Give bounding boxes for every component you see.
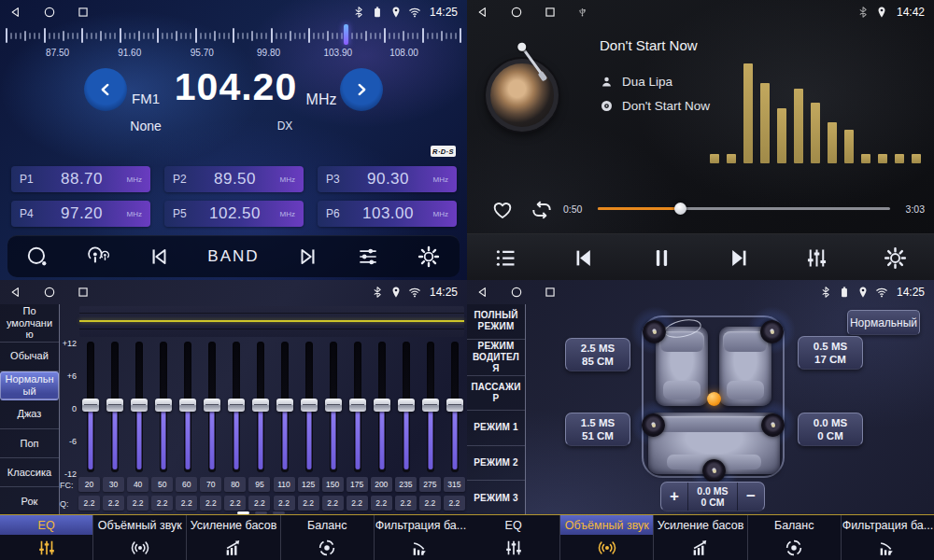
eq-preset-3[interactable]: Нормальный — [0, 371, 59, 400]
eq-band-slider[interactable] — [349, 342, 366, 472]
previous-track-icon[interactable] — [571, 245, 596, 271]
tab-surround[interactable]: Объёмный звук — [560, 515, 654, 560]
eq-band-slider[interactable] — [301, 342, 318, 472]
recents-icon[interactable] — [544, 6, 557, 19]
eq-band-slider[interactable] — [131, 342, 148, 472]
tab-bass[interactable]: Усиление басов — [654, 515, 747, 560]
eq-preset-7[interactable]: Рок — [0, 487, 59, 515]
eq-preset-6[interactable]: Классика — [0, 458, 59, 487]
preset-button-p1[interactable]: P188.70MHz — [11, 166, 150, 192]
eq-preset-2[interactable]: Обычай — [0, 343, 59, 371]
seek-bar-knob[interactable] — [674, 203, 686, 215]
back-icon[interactable] — [9, 286, 22, 299]
delay-rear-right-button[interactable]: 0.0 MS 0 CM — [798, 413, 863, 446]
band-button[interactable]: BAND — [207, 247, 259, 266]
preset-button-p4[interactable]: P497.20MHz — [11, 201, 150, 227]
slider-thumb[interactable] — [422, 399, 439, 412]
eq-preset-1[interactable]: По умолчанию — [0, 304, 59, 343]
delay-front-right-button[interactable]: 0.5 MS 17 CM — [798, 336, 863, 370]
slider-thumb[interactable] — [349, 399, 366, 412]
back-icon[interactable] — [476, 6, 489, 19]
tune-up-button[interactable] — [338, 66, 385, 113]
home-icon[interactable] — [43, 6, 56, 19]
slider-thumb[interactable] — [106, 399, 123, 412]
eq-band-slider[interactable] — [325, 342, 342, 472]
slider-thumb[interactable] — [82, 399, 99, 412]
slider-thumb[interactable] — [228, 399, 245, 412]
delay-front-left-button[interactable]: 2.5 MS 85 CM — [565, 338, 630, 371]
repeat-icon[interactable] — [529, 198, 555, 222]
eq-preset-5[interactable]: Поп — [0, 429, 59, 458]
mode-4[interactable]: РЕЖИМ 1 — [467, 411, 525, 446]
slider-thumb[interactable] — [131, 399, 148, 412]
eq-sliders-icon[interactable] — [356, 245, 380, 269]
tab-bass[interactable]: Усиление басов — [187, 515, 280, 560]
eq-band-slider[interactable] — [228, 342, 245, 472]
slider-thumb[interactable] — [179, 399, 196, 412]
slider-thumb[interactable] — [301, 399, 318, 412]
tab-eq-vertical[interactable]: EQ — [0, 515, 93, 560]
slider-thumb[interactable] — [204, 399, 220, 412]
equalizer-icon[interactable] — [804, 245, 829, 271]
eq-band-slider[interactable] — [446, 342, 463, 472]
decrease-delay-button[interactable]: − — [738, 483, 764, 511]
back-icon[interactable] — [476, 286, 489, 299]
eq-preset-4[interactable]: Джаз — [0, 400, 59, 429]
eq-band-slider[interactable] — [276, 342, 293, 472]
slider-thumb[interactable] — [252, 399, 269, 412]
tab-filter[interactable]: Фильтрация ба... — [375, 515, 467, 560]
settings-gear-icon[interactable] — [417, 245, 441, 269]
mode-3[interactable]: ПАССАЖИР — [467, 376, 525, 412]
eq-band-slider[interactable] — [398, 342, 415, 472]
tab-eq-vertical[interactable]: EQ — [467, 515, 560, 560]
tab-balance[interactable]: Баланс — [748, 515, 842, 560]
speaker-rear-right[interactable] — [761, 413, 785, 437]
mode-5[interactable]: РЕЖИМ 2 — [467, 446, 525, 482]
profile-button[interactable]: Нормальный — [847, 310, 920, 335]
home-icon[interactable] — [510, 286, 523, 299]
slider-thumb[interactable] — [446, 399, 463, 412]
tab-surround[interactable]: Объёмный звук — [93, 515, 187, 560]
tab-balance[interactable]: Баланс — [281, 515, 375, 560]
speaker-front-left[interactable] — [643, 320, 666, 343]
slider-thumb[interactable] — [276, 399, 293, 412]
eq-band-slider[interactable] — [106, 342, 123, 472]
preset-button-p6[interactable]: P6103.00MHz — [318, 201, 457, 227]
speaker-front-right[interactable] — [760, 320, 784, 343]
increase-delay-button[interactable]: + — [661, 483, 687, 511]
mode-6[interactable]: РЕЖИМ 3 — [467, 481, 525, 515]
recents-icon[interactable] — [77, 286, 90, 299]
preset-button-p3[interactable]: P390.30MHz — [318, 166, 457, 192]
eq-band-slider[interactable] — [374, 342, 390, 472]
back-icon[interactable] — [9, 6, 22, 19]
pause-icon[interactable] — [649, 245, 674, 271]
favorite-icon[interactable] — [490, 198, 515, 222]
playlist-icon[interactable] — [493, 245, 518, 271]
next-station-icon[interactable] — [296, 245, 320, 269]
home-icon[interactable] — [510, 6, 523, 19]
preset-button-p2[interactable]: P289.50MHz — [164, 166, 304, 192]
broadcast-icon[interactable] — [86, 245, 110, 269]
eq-band-slider[interactable] — [155, 342, 172, 472]
eq-band-slider[interactable] — [82, 342, 99, 472]
slider-thumb[interactable] — [325, 399, 342, 412]
recents-icon[interactable] — [544, 286, 557, 299]
eq-band-slider[interactable] — [179, 342, 196, 472]
listening-position-dot[interactable] — [707, 392, 721, 406]
previous-station-icon[interactable] — [147, 245, 171, 269]
settings-gear-icon[interactable] — [883, 245, 908, 271]
scan-icon[interactable] — [25, 245, 50, 269]
frequency-dial[interactable] — [6, 25, 461, 46]
slider-thumb[interactable] — [155, 399, 172, 412]
mode-1[interactable]: ПОЛНЫЙ РЕЖИМ — [467, 304, 525, 340]
home-icon[interactable] — [43, 286, 56, 299]
speaker-subwoofer[interactable] — [702, 459, 726, 483]
seek-bar[interactable] — [598, 207, 890, 210]
tab-filter[interactable]: Фильтрация ба... — [842, 515, 934, 560]
preset-button-p5[interactable]: P5102.50MHz — [164, 201, 304, 227]
mode-2[interactable]: РЕЖИМ ВОДИТЕЛЯ — [467, 340, 525, 376]
eq-band-slider[interactable] — [252, 342, 269, 472]
next-track-icon[interactable] — [727, 245, 752, 271]
eq-band-slider[interactable] — [422, 342, 439, 472]
slider-thumb[interactable] — [398, 399, 415, 412]
